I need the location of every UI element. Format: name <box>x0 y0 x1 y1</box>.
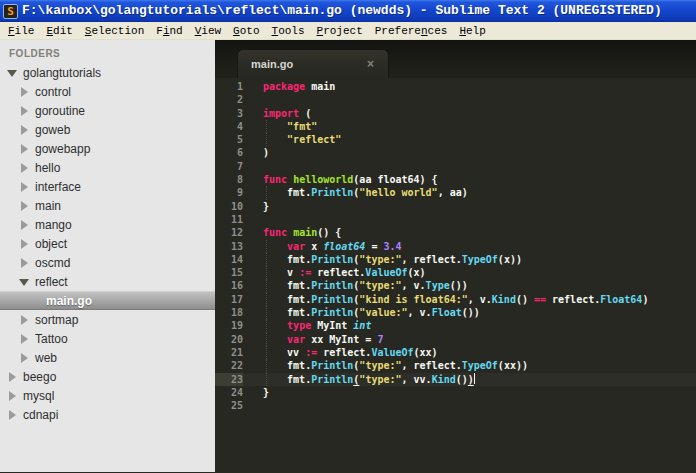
triangle-right-icon[interactable] <box>20 334 29 343</box>
sidebar-item-oscmd[interactable]: oscmd <box>0 253 215 272</box>
item-label: golangtutorials <box>23 66 101 80</box>
sidebar-item-gowebapp[interactable]: gowebapp <box>0 139 215 158</box>
code-text[interactable]: type MyInt int <box>243 319 696 332</box>
code-text[interactable]: } <box>243 200 696 213</box>
code-line: 1package main <box>215 80 696 93</box>
code-text[interactable]: "reflect" <box>243 133 696 146</box>
code-text[interactable] <box>243 399 696 412</box>
tab-label: main.go <box>251 58 293 70</box>
indent-guide <box>266 279 267 292</box>
sidebar-item-interface[interactable]: interface <box>0 177 215 196</box>
sidebar-item-main[interactable]: main <box>0 196 215 215</box>
code-text[interactable]: fmt.Println("hello world", aa) <box>243 186 696 199</box>
menu-selection[interactable]: Selection <box>79 22 150 40</box>
triangle-down-icon[interactable] <box>8 68 17 77</box>
code-line: 23 fmt.Println("type:", vv.Kind()) <box>215 373 696 386</box>
code-text[interactable]: fmt.Println("type:", reflect.TypeOf(xx)) <box>243 359 696 372</box>
item-label: oscmd <box>35 256 70 270</box>
code-area[interactable]: 1package main23import (4 "fmt"5 "reflect… <box>215 78 696 472</box>
sidebar-item-web[interactable]: web <box>0 348 215 367</box>
sidebar-item-goweb[interactable]: goweb <box>0 120 215 139</box>
sidebar-item-mysql[interactable]: mysql <box>0 386 215 405</box>
code-text[interactable]: func main() { <box>243 226 696 239</box>
sidebar-item-golangtutorials[interactable]: golangtutorials <box>0 63 215 82</box>
triangle-right-icon[interactable] <box>20 239 29 248</box>
code-text[interactable]: fmt.Println("kind is float64:", v.Kind()… <box>243 293 696 306</box>
menu-preferences[interactable]: Preferences <box>369 22 454 40</box>
line-number: 23 <box>215 373 243 386</box>
sidebar-item-mango[interactable]: mango <box>0 215 215 234</box>
code-text[interactable]: func helloworld(aa float64) { <box>243 173 696 186</box>
sidebar-item-hello[interactable]: hello <box>0 158 215 177</box>
tab-main-go[interactable]: main.go × <box>237 49 389 78</box>
code-text[interactable]: var x float64 = 3.4 <box>243 240 696 253</box>
code-line: 3import ( <box>215 107 696 120</box>
code-text[interactable]: v := reflect.ValueOf(x) <box>243 266 696 279</box>
triangle-right-icon[interactable] <box>20 144 29 153</box>
code-line: 24} <box>215 386 696 399</box>
code-text[interactable]: package main <box>243 80 696 93</box>
code-line: 9 fmt.Println("hello world", aa) <box>215 186 696 199</box>
code-text[interactable] <box>243 213 696 226</box>
sidebar-item-control[interactable]: control <box>0 82 215 101</box>
code-text[interactable]: fmt.Println("type:", reflect.TypeOf(x)) <box>243 253 696 266</box>
menu-edit[interactable]: Edit <box>40 22 78 40</box>
triangle-down-icon[interactable] <box>20 277 29 286</box>
triangle-right-icon[interactable] <box>20 315 29 324</box>
code-text[interactable]: import ( <box>243 107 696 120</box>
triangle-right-icon[interactable] <box>8 391 17 400</box>
triangle-right-icon[interactable] <box>8 372 17 381</box>
item-label: main <box>35 199 61 213</box>
sublime-logo-icon[interactable]: S <box>3 4 18 19</box>
triangle-right-icon[interactable] <box>20 258 29 267</box>
item-label: interface <box>35 180 81 194</box>
menu-help[interactable]: Help <box>453 22 491 40</box>
triangle-right-icon[interactable] <box>20 125 29 134</box>
menu-file[interactable]: File <box>2 22 40 40</box>
item-label: reflect <box>35 275 68 289</box>
code-text[interactable]: fmt.Println("value:", v.Float()) <box>243 306 696 319</box>
code-text[interactable]: fmt.Println("type:", v.Type()) <box>243 279 696 292</box>
code-text[interactable]: "fmt" <box>243 120 696 133</box>
sidebar-item-object[interactable]: object <box>0 234 215 253</box>
code-text[interactable]: fmt.Println("type:", vv.Kind()) <box>243 373 696 386</box>
code-text[interactable] <box>243 160 696 173</box>
line-number: 16 <box>215 279 243 292</box>
line-number: 5 <box>215 133 243 146</box>
menu-find[interactable]: Find <box>150 22 188 40</box>
line-number: 12 <box>215 226 243 239</box>
code-text[interactable]: ) <box>243 146 696 159</box>
menu-project[interactable]: Project <box>311 22 369 40</box>
menu-goto[interactable]: Goto <box>227 22 265 40</box>
title-bar[interactable]: S F:\kanbox\golangtutorials\reflect\main… <box>0 0 696 22</box>
sidebar-item-beego[interactable]: beego <box>0 367 215 386</box>
triangle-right-icon[interactable] <box>20 163 29 172</box>
code-text[interactable]: var xx MyInt = 7 <box>243 333 696 346</box>
close-icon[interactable]: × <box>367 57 374 71</box>
code-text[interactable]: } <box>243 386 696 399</box>
code-text[interactable] <box>243 93 696 106</box>
triangle-right-icon[interactable] <box>20 353 29 362</box>
sidebar-item-reflect[interactable]: reflect <box>0 272 215 291</box>
triangle-right-icon[interactable] <box>20 220 29 229</box>
sidebar-item-main-go[interactable]: main.go <box>0 291 215 310</box>
indent-guide <box>266 253 267 266</box>
triangle-right-icon[interactable] <box>20 106 29 115</box>
line-number: 21 <box>215 346 243 359</box>
editor-pane: main.go × 1package main23import (4 "fmt"… <box>215 40 696 472</box>
triangle-right-icon[interactable] <box>20 201 29 210</box>
triangle-right-icon[interactable] <box>20 87 29 96</box>
line-number: 18 <box>215 306 243 319</box>
menu-tools[interactable]: Tools <box>266 22 311 40</box>
code-line: 20 var xx MyInt = 7 <box>215 333 696 346</box>
sidebar-item-goroutine[interactable]: goroutine <box>0 101 215 120</box>
code-line: 18 fmt.Println("value:", v.Float()) <box>215 306 696 319</box>
menu-view[interactable]: View <box>189 22 227 40</box>
sidebar-item-cdnapi[interactable]: cdnapi <box>0 405 215 424</box>
code-text[interactable]: vv := reflect.ValueOf(xx) <box>243 346 696 359</box>
sidebar-item-sortmap[interactable]: sortmap <box>0 310 215 329</box>
line-number: 22 <box>215 359 243 372</box>
triangle-right-icon[interactable] <box>20 182 29 191</box>
triangle-right-icon[interactable] <box>8 410 17 419</box>
sidebar-item-tattoo[interactable]: Tattoo <box>0 329 215 348</box>
